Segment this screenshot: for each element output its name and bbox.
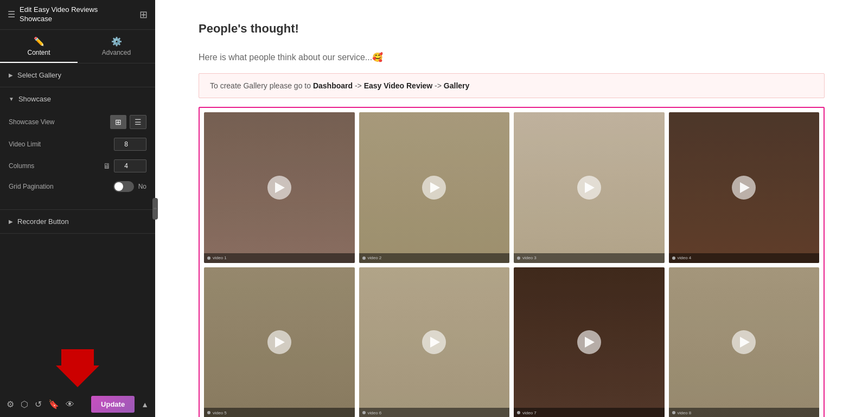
pagination-value: No <box>138 183 146 190</box>
video-thumb-2[interactable]: video 2 <box>359 112 510 263</box>
section-recorder-button: ▶ Recorder Button <box>0 210 155 234</box>
list-view-button[interactable]: ☰ <box>130 115 146 129</box>
video-limit-input[interactable] <box>114 138 146 151</box>
thumb-label: video 3 <box>522 255 661 260</box>
columns-label: Columns <box>9 162 103 170</box>
recorder-button-header[interactable]: ▶ Recorder Button <box>0 210 155 233</box>
play-overlay <box>669 112 820 263</box>
update-button[interactable]: Update <box>91 396 135 413</box>
thumb-dot <box>672 256 675 260</box>
arrow-icon: ▶ <box>9 219 13 224</box>
hamburger-icon[interactable]: ☰ <box>8 9 15 20</box>
thumb-dot <box>362 256 366 260</box>
play-button[interactable] <box>267 330 291 354</box>
sidebar: ☰ Edit Easy Video Reviews Showcase ⊞ ✏️ … <box>0 0 155 417</box>
eye-icon[interactable]: 👁 <box>66 400 74 409</box>
play-triangle-icon <box>275 182 285 193</box>
play-button[interactable] <box>732 330 756 354</box>
thumb-bar: video 6 <box>359 408 510 417</box>
thumb-label: video 1 <box>213 255 352 260</box>
desktop-icon: 🖥 <box>103 162 111 170</box>
view-toggle-controls: ⊞ ☰ <box>110 115 146 129</box>
video-grid: video 1 video 2 video 3 <box>199 107 825 417</box>
play-overlay <box>514 267 665 418</box>
settings-icon[interactable]: ⚙ <box>7 399 14 409</box>
thumb-label: video 6 <box>368 410 507 415</box>
thumb-bar: video 5 <box>204 408 355 417</box>
thumb-label: video 4 <box>678 255 816 260</box>
video-thumb-5[interactable]: video 5 <box>204 267 355 418</box>
play-button[interactable] <box>732 176 756 200</box>
showcase-body: Showcase View ⊞ ☰ Video Limit Columns 🖥 <box>0 111 155 209</box>
thumb-bar: video 4 <box>669 253 820 263</box>
play-triangle-icon <box>275 337 285 348</box>
grid-pagination-label: Grid Pagination <box>9 183 113 190</box>
gallery-notice: To create Gallery please go to Dashboard… <box>199 73 825 98</box>
thumb-dot <box>362 411 366 414</box>
thumb-dot <box>672 411 675 414</box>
play-button[interactable] <box>577 330 601 354</box>
pencil-icon: ✏️ <box>34 36 44 47</box>
select-gallery-header[interactable]: ▶ Select Gallery <box>0 63 155 87</box>
play-overlay <box>359 112 510 263</box>
thumb-bar: video 8 <box>669 408 820 417</box>
play-button[interactable] <box>422 176 446 200</box>
play-button[interactable] <box>422 330 446 354</box>
play-overlay <box>359 267 510 418</box>
thumb-label: video 5 <box>213 410 352 415</box>
video-thumb-6[interactable]: video 6 <box>359 267 510 418</box>
showcase-view-row: Showcase View ⊞ ☰ <box>9 115 146 129</box>
video-thumb-7[interactable]: video 7 <box>514 267 665 418</box>
video-thumb-8[interactable]: video 8 <box>669 267 820 418</box>
play-triangle-icon <box>585 182 595 193</box>
tab-advanced[interactable]: ⚙️ Advanced <box>78 30 155 63</box>
arrow-icon: ▶ <box>9 72 13 78</box>
grid-icon[interactable]: ⊞ <box>139 9 148 21</box>
section-subtitle: Here is what people think about our serv… <box>199 52 825 62</box>
video-thumb-1[interactable]: video 1 <box>204 112 355 263</box>
tab-content[interactable]: ✏️ Content <box>0 30 78 63</box>
video-limit-label: Video Limit <box>9 140 114 148</box>
resize-handle[interactable]: ‹› <box>152 198 158 220</box>
thumb-bar: video 2 <box>359 253 510 263</box>
pagination-switch[interactable] <box>113 181 134 192</box>
columns-controls: 🖥 <box>103 159 146 172</box>
section-showcase: ▼ Showcase Showcase View ⊞ ☰ Video Limit <box>0 87 155 210</box>
play-button[interactable] <box>267 176 291 200</box>
thumb-dot <box>207 411 210 414</box>
columns-row: Columns 🖥 <box>9 159 146 172</box>
expand-icon[interactable]: ▲ <box>141 400 149 409</box>
play-overlay <box>204 112 355 263</box>
video-thumb-3[interactable]: video 3 <box>514 112 665 263</box>
video-thumb-4[interactable]: video 4 <box>669 112 820 263</box>
play-triangle-icon <box>585 337 595 348</box>
play-button[interactable] <box>577 176 601 200</box>
thumb-dot <box>207 256 210 260</box>
play-triangle-icon <box>740 182 750 193</box>
thumb-dot <box>517 256 520 260</box>
columns-input[interactable] <box>114 159 146 172</box>
showcase-view-label: Showcase View <box>9 118 110 126</box>
thumb-label: video 7 <box>522 410 661 415</box>
showcase-header[interactable]: ▼ Showcase <box>0 87 155 111</box>
main-content: People's thought! Here is what people th… <box>155 0 868 417</box>
thumb-bar: video 1 <box>204 253 355 263</box>
arrow-indicator <box>0 341 155 392</box>
thumb-bar: video 7 <box>514 408 665 417</box>
gear-icon: ⚙️ <box>111 36 122 47</box>
page-title: People's thought! <box>199 22 825 36</box>
video-limit-row: Video Limit <box>9 138 146 151</box>
sidebar-title: Edit Easy Video Reviews Showcase <box>20 5 98 24</box>
thumb-bar: video 3 <box>514 253 665 263</box>
section-select-gallery: ▶ Select Gallery <box>0 63 155 87</box>
sidebar-header: ☰ Edit Easy Video Reviews Showcase ⊞ <box>0 0 155 30</box>
pagination-toggle: No <box>113 181 146 192</box>
layers-icon[interactable]: ⬡ <box>21 399 28 409</box>
grid-view-button[interactable]: ⊞ <box>110 115 126 129</box>
history-icon[interactable]: ↺ <box>35 399 42 409</box>
thumb-label: video 2 <box>368 255 507 260</box>
play-triangle-icon <box>740 337 750 348</box>
play-overlay <box>204 267 355 418</box>
bookmark-icon[interactable]: 🔖 <box>48 399 59 409</box>
sidebar-content: ▶ Select Gallery ▼ Showcase Showcase Vie… <box>0 63 155 341</box>
